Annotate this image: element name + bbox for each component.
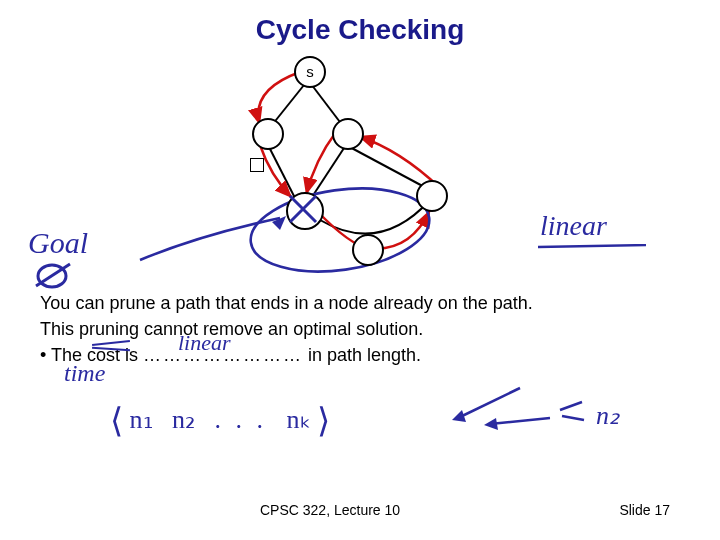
svg-line-6 [458,388,520,418]
line3-post: in path length. [303,345,421,365]
seq-n2: n₂ [172,405,195,434]
node-start: s [294,56,326,88]
annotation-time: time [64,360,105,387]
annotation-goal: Goal [28,226,88,260]
seq-open: ⟨ [110,402,123,439]
body-text: You can prune a path that ends in a node… [40,290,680,368]
node-far [416,180,448,212]
annotation-linear-blank: linear [178,330,231,356]
slide-title: Cycle Checking [0,0,720,46]
node-bottom [352,234,384,266]
seq-close: ⟩ [317,402,330,439]
seq-nk: nₖ [287,405,311,434]
body-line-2: This pruning cannot remove an optimal so… [40,316,680,342]
seq-n1: n₁ [130,405,153,434]
node-left [252,118,284,150]
body-line-3: • The cost is …………………… in path length. [40,342,680,368]
footer-slide-number: Slide 17 [619,502,670,518]
arrows-to-nk-icon [400,380,600,460]
scribble-cost-icon [92,340,130,352]
goal-symbol-icon [34,262,78,294]
svg-line-7 [490,418,550,424]
node-right [332,118,364,150]
seq-dots: . . . [215,405,268,434]
svg-line-9 [562,416,584,420]
x-mark-icon [286,192,322,228]
footer-lecture: CPSC 322, Lecture 10 [260,502,400,518]
annotation-linear: linear [540,210,607,242]
diagram: s Goal linear [0,50,720,280]
svg-line-8 [560,402,582,410]
body-line-1: You can prune a path that ends in a node… [40,290,680,316]
